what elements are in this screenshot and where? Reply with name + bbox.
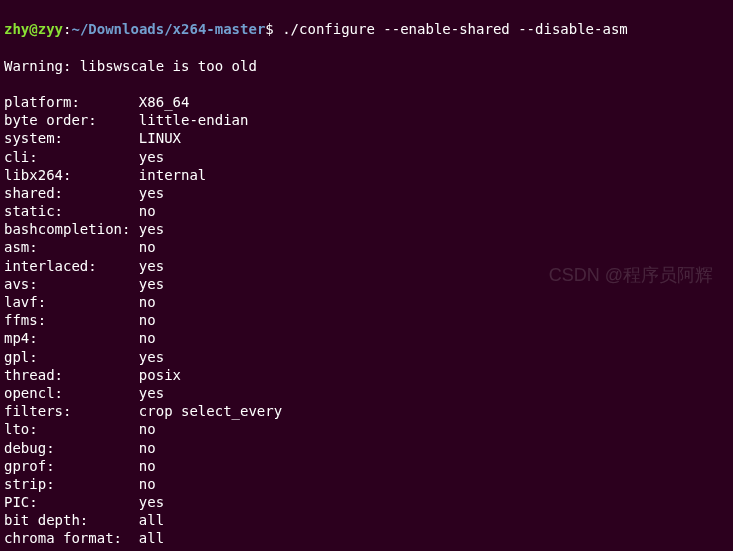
config-row: thread:posix	[4, 366, 729, 384]
config-key: byte order:	[4, 111, 139, 129]
config-value: all	[139, 530, 164, 546]
config-row: ffms:no	[4, 311, 729, 329]
config-row: opencl:yes	[4, 384, 729, 402]
config-row: gprof:no	[4, 457, 729, 475]
config-value: yes	[139, 276, 164, 292]
config-value: no	[139, 421, 156, 437]
config-value: little-endian	[139, 112, 249, 128]
config-key: platform:	[4, 93, 139, 111]
config-value: all	[139, 512, 164, 528]
config-key: ffms:	[4, 311, 139, 329]
prompt-dollar: $	[265, 21, 282, 37]
config-row: platform:X86_64	[4, 93, 729, 111]
config-value: posix	[139, 367, 181, 383]
config-value: crop select_every	[139, 403, 282, 419]
config-row: byte order:little-endian	[4, 111, 729, 129]
config-row: gpl:yes	[4, 348, 729, 366]
command-configure: ./configure --enable-shared --disable-as…	[282, 21, 628, 37]
config-value: yes	[139, 185, 164, 201]
prompt-path: ~/Downloads/x264-master	[71, 21, 265, 37]
config-key: static:	[4, 202, 139, 220]
config-key: interlaced:	[4, 257, 139, 275]
config-key: system:	[4, 129, 139, 147]
config-key: chroma format:	[4, 529, 139, 547]
config-row: libx264:internal	[4, 166, 729, 184]
config-key: cli:	[4, 148, 139, 166]
config-value: no	[139, 440, 156, 456]
config-value: yes	[139, 349, 164, 365]
config-row: filters:crop select_every	[4, 402, 729, 420]
config-value: no	[139, 330, 156, 346]
config-row: mp4:no	[4, 329, 729, 347]
config-key: strip:	[4, 475, 139, 493]
config-key: avs:	[4, 275, 139, 293]
config-key: PIC:	[4, 493, 139, 511]
config-row: shared:yes	[4, 184, 729, 202]
config-key: lavf:	[4, 293, 139, 311]
config-row: static:no	[4, 202, 729, 220]
prompt-user: zhy@zyy	[4, 21, 63, 37]
terminal-output[interactable]: zhy@zyy:~/Downloads/x264-master$ ./confi…	[0, 0, 733, 551]
config-row: bashcompletion:yes	[4, 220, 729, 238]
config-key: thread:	[4, 366, 139, 384]
config-value: internal	[139, 167, 206, 183]
config-value: no	[139, 312, 156, 328]
config-key: gpl:	[4, 348, 139, 366]
config-key: libx264:	[4, 166, 139, 184]
config-key: opencl:	[4, 384, 139, 402]
config-row: strip:no	[4, 475, 729, 493]
config-value: yes	[139, 149, 164, 165]
config-key: gprof:	[4, 457, 139, 475]
config-row: lavf:no	[4, 293, 729, 311]
config-key: bashcompletion:	[4, 220, 139, 238]
config-key: asm:	[4, 238, 139, 256]
config-row: chroma format:all	[4, 529, 729, 547]
config-value: yes	[139, 258, 164, 274]
config-key: filters:	[4, 402, 139, 420]
config-value: no	[139, 476, 156, 492]
config-row: debug:no	[4, 439, 729, 457]
config-value: yes	[139, 494, 164, 510]
config-key: shared:	[4, 184, 139, 202]
config-value: yes	[139, 385, 164, 401]
config-row: lto:no	[4, 420, 729, 438]
config-row: asm:no	[4, 238, 729, 256]
config-row: cli:yes	[4, 148, 729, 166]
config-row: avs:yes	[4, 275, 729, 293]
config-value: no	[139, 458, 156, 474]
config-value: no	[139, 239, 156, 255]
config-row: interlaced:yes	[4, 257, 729, 275]
warning-line: Warning: libswscale is too old	[4, 57, 729, 75]
config-value: no	[139, 294, 156, 310]
config-row: PIC:yes	[4, 493, 729, 511]
config-key: mp4:	[4, 329, 139, 347]
config-key: debug:	[4, 439, 139, 457]
config-output: platform:X86_64byte order:little-endians…	[4, 93, 729, 548]
config-row: system:LINUX	[4, 129, 729, 147]
config-value: X86_64	[139, 94, 190, 110]
config-value: yes	[139, 221, 164, 237]
config-key: bit depth:	[4, 511, 139, 529]
config-key: lto:	[4, 420, 139, 438]
prompt-line-1: zhy@zyy:~/Downloads/x264-master$ ./confi…	[4, 20, 729, 38]
config-value: no	[139, 203, 156, 219]
config-value: LINUX	[139, 130, 181, 146]
config-row: bit depth:all	[4, 511, 729, 529]
